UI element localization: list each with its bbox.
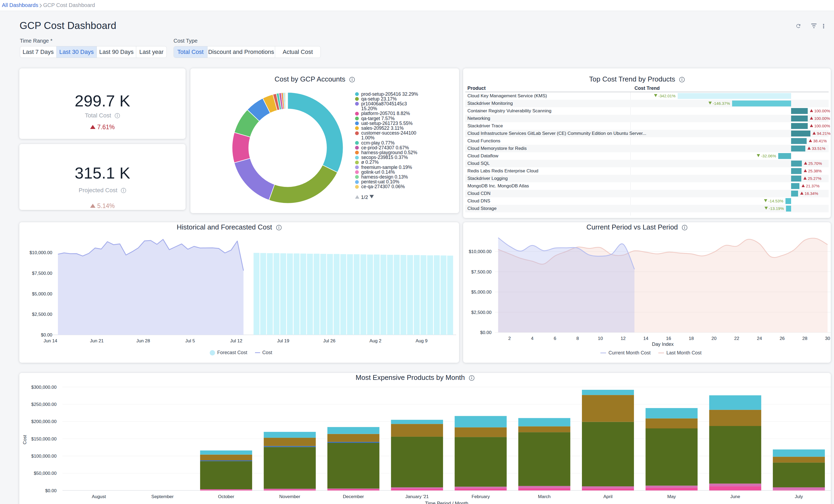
svg-text:24: 24 <box>757 336 762 341</box>
svg-text:18: 18 <box>689 336 694 341</box>
svg-text:January '21: January '21 <box>405 494 429 499</box>
svg-text:Jul 12: Jul 12 <box>230 338 242 344</box>
svg-text:March: March <box>538 494 551 499</box>
svg-text:Time Period / Month: Time Period / Month <box>425 501 468 504</box>
svg-text:28: 28 <box>803 336 808 341</box>
svg-text:Jun 14: Jun 14 <box>43 338 57 344</box>
svg-text:12: 12 <box>620 336 626 341</box>
svg-text:December: December <box>343 494 364 499</box>
svg-text:4: 4 <box>531 336 533 341</box>
svg-text:$5,000.00: $5,000.00 <box>471 289 491 294</box>
svg-text:Cost: Cost <box>22 435 27 444</box>
svg-text:June: June <box>730 494 740 499</box>
svg-text:22: 22 <box>734 336 739 341</box>
svg-text:$300,000.00: $300,000.00 <box>31 385 57 390</box>
svg-text:April: April <box>603 494 613 499</box>
svg-text:8: 8 <box>576 336 579 341</box>
svg-text:October: October <box>218 494 234 499</box>
svg-text:14: 14 <box>643 336 649 341</box>
svg-text:30: 30 <box>825 336 830 341</box>
svg-text:$2,500.00: $2,500.00 <box>471 310 491 315</box>
svg-text:2: 2 <box>508 336 511 341</box>
svg-text:6: 6 <box>554 336 556 341</box>
svg-text:$0.00: $0.00 <box>45 488 57 493</box>
svg-text:November: November <box>279 494 300 499</box>
svg-text:Jun 21: Jun 21 <box>90 338 104 344</box>
svg-text:Jul 19: Jul 19 <box>277 338 289 344</box>
svg-text:16: 16 <box>666 336 671 341</box>
svg-text:Jun 28: Jun 28 <box>136 338 150 344</box>
svg-text:September: September <box>151 494 174 499</box>
svg-text:February: February <box>471 494 490 499</box>
svg-text:$7,500.00: $7,500.00 <box>32 271 52 276</box>
svg-text:August: August <box>92 494 106 499</box>
svg-text:$50,000.00: $50,000.00 <box>34 471 57 476</box>
svg-text:$250,000.00: $250,000.00 <box>31 402 57 407</box>
svg-text:Day Index: Day Index <box>652 342 674 347</box>
svg-text:$10,000.00: $10,000.00 <box>469 249 491 254</box>
svg-text:10: 10 <box>598 336 603 341</box>
svg-text:Aug 9: Aug 9 <box>416 338 427 344</box>
svg-text:Jul 26: Jul 26 <box>323 338 335 344</box>
svg-text:Jul 5: Jul 5 <box>185 338 195 344</box>
svg-text:26: 26 <box>780 336 785 341</box>
svg-text:Aug 2: Aug 2 <box>370 338 381 344</box>
svg-text:$10,000.00: $10,000.00 <box>29 250 52 255</box>
svg-text:$0.00: $0.00 <box>41 332 52 337</box>
svg-text:$2,500.00: $2,500.00 <box>32 312 52 317</box>
svg-text:$100,000.00: $100,000.00 <box>31 454 57 459</box>
svg-text:20: 20 <box>711 336 717 341</box>
svg-text:July: July <box>795 494 803 499</box>
svg-text:$200,000.00: $200,000.00 <box>31 419 57 424</box>
svg-text:May: May <box>667 494 676 499</box>
svg-text:$150,000.00: $150,000.00 <box>31 436 57 441</box>
svg-text:$0.00: $0.00 <box>480 330 491 335</box>
svg-text:$7,500.00: $7,500.00 <box>471 269 491 275</box>
svg-text:$5,000.00: $5,000.00 <box>32 291 52 297</box>
